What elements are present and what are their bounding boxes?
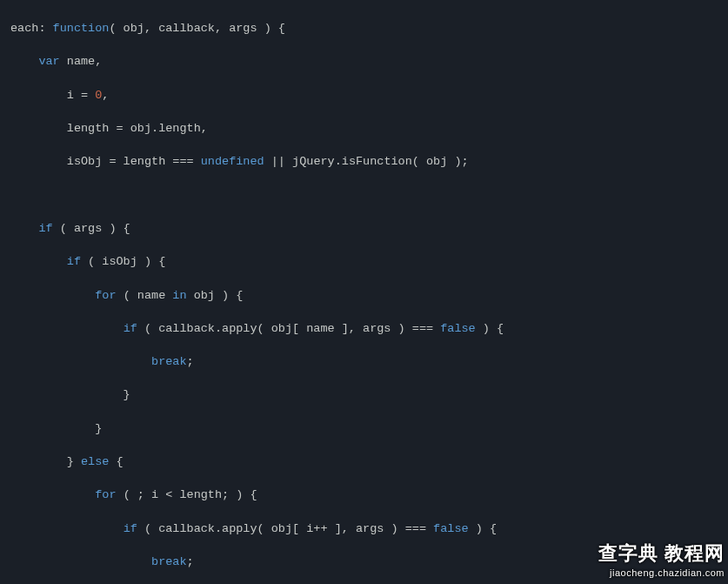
code-line: if ( isObj ) {: [10, 253, 728, 270]
code-line: for ( name in obj ) {: [10, 287, 728, 304]
code-block-top: each: function( obj, callback, args ) { …: [0, 0, 728, 584]
code-line: if ( args ) {: [10, 220, 728, 237]
code-line: if ( callback.apply( obj[ i++ ], args ) …: [10, 520, 728, 537]
code-line: } else {: [10, 453, 728, 470]
code-line: var name,: [10, 53, 728, 70]
code-line: }: [10, 386, 728, 403]
code-line: if ( callback.apply( obj[ name ], args )…: [10, 320, 728, 337]
code-line: break;: [10, 554, 728, 570]
code-line: for ( ; i < length; ) {: [10, 487, 728, 503]
code-line: }: [10, 420, 728, 437]
code-line: isObj = length === undefined || jQuery.i…: [10, 153, 728, 170]
code-line: length = obj.length,: [10, 120, 728, 137]
code-line: break;: [10, 353, 728, 370]
code-line: i = 0,: [10, 87, 728, 104]
code-line: [10, 187, 728, 204]
code-line: each: function( obj, callback, args ) {: [10, 20, 728, 37]
